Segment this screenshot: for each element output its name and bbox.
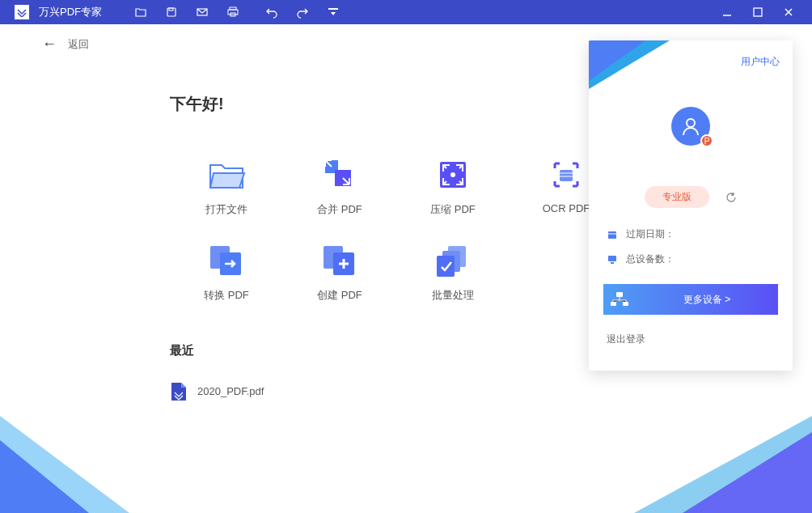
compress-icon [433, 155, 472, 194]
devices-network-icon [603, 290, 636, 308]
expiry-row: 过期日期： [607, 227, 775, 241]
titlebar: 万兴PDF专家 [0, 0, 812, 24]
merge-icon [320, 155, 359, 194]
close-button[interactable] [781, 5, 796, 19]
monitor-icon [607, 254, 618, 265]
svg-rect-26 [608, 256, 616, 261]
dropdown-icon[interactable] [327, 6, 340, 19]
more-devices-button[interactable]: 更多设备 > [603, 284, 778, 315]
svg-rect-29 [611, 302, 616, 306]
tool-merge-pdf[interactable]: 合并 PDF [283, 155, 396, 217]
app-title: 万兴PDF专家 [39, 5, 102, 19]
tool-label: 转换 PDF [204, 288, 249, 303]
devices-label: 总设备数： [626, 252, 675, 266]
svg-rect-22 [437, 256, 455, 277]
mail-icon[interactable] [196, 6, 209, 19]
ocr-icon [547, 155, 586, 194]
print-icon[interactable] [226, 6, 239, 19]
tool-batch-process[interactable]: 批量处理 [396, 241, 510, 303]
tool-label: 创建 PDF [317, 288, 362, 303]
back-arrow-icon[interactable]: ← [42, 36, 57, 53]
expiry-label: 过期日期： [626, 227, 675, 241]
svg-rect-8 [754, 8, 762, 16]
tool-label: 批量处理 [432, 288, 474, 303]
recent-file-name: 2020_PDF.pdf [197, 385, 264, 397]
svg-rect-27 [611, 262, 614, 264]
user-avatar[interactable]: P [671, 107, 710, 146]
undo-icon[interactable] [265, 6, 278, 19]
pro-badge-icon: P [700, 134, 713, 147]
svg-rect-4 [228, 10, 238, 15]
minimize-button[interactable] [720, 5, 734, 19]
pro-version-badge[interactable]: 专业版 [645, 186, 709, 208]
logout-link[interactable]: 退出登录 [607, 333, 775, 346]
calendar-icon [607, 229, 618, 240]
batch-icon [433, 241, 472, 280]
maximize-button[interactable] [751, 5, 765, 19]
app-logo [15, 5, 29, 19]
open-icon[interactable] [134, 6, 147, 19]
tool-label: OCR PDF [543, 202, 590, 214]
convert-icon [207, 241, 246, 280]
panel-decor-icon [589, 40, 645, 81]
pdf-file-icon [170, 381, 188, 401]
user-panel: 用户中心 P 专业版 过期日期： 总设备数： 更多设备 > [589, 40, 793, 371]
svg-point-12 [450, 172, 455, 177]
tool-convert-pdf[interactable]: 转换 PDF [170, 241, 283, 303]
save-icon[interactable] [165, 6, 178, 19]
tool-label: 压缩 PDF [430, 202, 476, 217]
create-icon [320, 241, 359, 280]
redo-icon[interactable] [296, 6, 309, 19]
svg-rect-30 [623, 302, 628, 306]
back-label[interactable]: 返回 [68, 37, 89, 52]
svg-rect-13 [560, 170, 573, 181]
tool-label: 合并 PDF [317, 202, 362, 217]
decor-bottom-right-icon [683, 432, 812, 513]
svg-rect-1 [169, 8, 173, 11]
svg-rect-28 [616, 292, 623, 297]
folder-icon [207, 155, 246, 194]
svg-rect-24 [608, 231, 616, 239]
tool-label: 打开文件 [205, 202, 247, 217]
svg-rect-6 [328, 8, 338, 10]
refresh-icon[interactable] [725, 192, 737, 203]
devices-row: 总设备数： [607, 252, 775, 266]
tool-open-file[interactable]: 打开文件 [170, 155, 283, 217]
svg-point-23 [687, 119, 695, 127]
more-devices-label: 更多设备 > [636, 293, 778, 307]
decor-bottom-left-icon [0, 440, 89, 513]
tool-compress-pdf[interactable]: 压缩 PDF [396, 155, 510, 217]
recent-file-item[interactable]: 2020_PDF.pdf [170, 375, 812, 407]
user-center-link[interactable]: 用户中心 [741, 55, 780, 69]
tool-create-pdf[interactable]: 创建 PDF [283, 241, 396, 303]
